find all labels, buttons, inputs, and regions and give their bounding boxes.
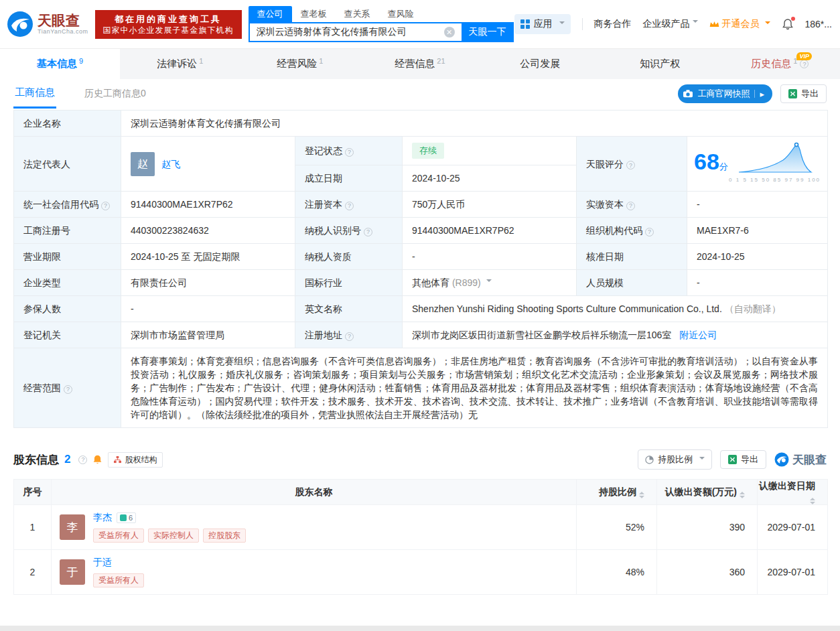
nav-cooperation[interactable]: 商务合作 (594, 18, 632, 30)
business-scope-label-text: 经营范围 (23, 382, 61, 393)
field-value-org-code: MAE1XR7-6 (687, 218, 828, 244)
score-unit: 分 (719, 161, 728, 171)
subtab-history-business-info[interactable]: 历史工商信息0 (84, 88, 146, 100)
nearby-companies-link[interactable]: 附近公司 (679, 330, 717, 340)
help-icon[interactable]: ? (345, 202, 354, 210)
help-icon[interactable]: ? (345, 332, 354, 341)
chevron-down-icon[interactable] (486, 279, 492, 285)
help-icon[interactable]: ? (78, 455, 87, 464)
sort-icon[interactable] (639, 492, 644, 498)
tianyancha-logo-icon (774, 452, 789, 467)
search-tab-relation[interactable]: 查关系 (336, 6, 379, 22)
search-tab-boss[interactable]: 查老板 (292, 6, 336, 22)
tab-history-info[interactable]: VIP 历史信息 1 ? (720, 49, 840, 79)
official-snapshot-button[interactable]: 工商官网快照 ▸ (678, 84, 772, 103)
ratio-filter-dropdown[interactable]: 持股比例 (638, 449, 712, 470)
sort-icon[interactable] (740, 492, 745, 498)
logo[interactable]: 天眼查 TianYanCha.com (7, 11, 88, 38)
tag-beneficial-owner: 受益所有人 (93, 573, 144, 587)
legal-rep-avatar[interactable]: 赵 (131, 152, 155, 176)
field-label-reg-address: 注册地址? (295, 322, 403, 348)
equity-structure-button[interactable]: 股权结构 (108, 452, 163, 468)
tab-basic-info[interactable]: 基本信息 9 (0, 49, 120, 79)
tag-actual-controller: 实际控制人 (148, 529, 199, 543)
industry-code: (R899) (452, 277, 481, 288)
excel-export-icon (728, 455, 737, 464)
nav-enterprise[interactable]: 企业级产品 (643, 18, 698, 30)
english-name-text: Shenzhen Yunshi Riding Shooting Sports C… (412, 303, 722, 314)
field-value-tyc-score[interactable]: 68分 0 1 5 15 50 85 97 99 100 (687, 137, 828, 192)
field-value-staff-size: - (687, 270, 828, 296)
tab-count: 21 (437, 57, 445, 65)
shareholder-name-link[interactable]: 于适 (93, 557, 112, 569)
camera-icon (683, 90, 693, 98)
tag-controlling-shareholder: 控股股东 (203, 529, 246, 543)
equity-structure-icon (114, 456, 121, 464)
tab-legal-litigation[interactable]: 法律诉讼 1 (120, 49, 240, 79)
slogan-badge: 都在用的商业查询工具 国家中小企业发展子基金旗下机构 (95, 10, 242, 39)
field-label-paid-capital: 实缴资本? (577, 192, 687, 218)
help-icon[interactable]: ? (645, 228, 654, 236)
export-label: 导出 (801, 88, 819, 100)
help-icon[interactable]: ? (626, 161, 635, 169)
shareholders-export-button[interactable]: 导出 (720, 450, 766, 469)
relations-count-badge[interactable]: 6 (117, 512, 136, 523)
field-value-insured: - (121, 296, 295, 322)
watermark-text: 天眼查 (792, 452, 827, 468)
field-label-reg-capital: 注册资本? (295, 192, 403, 218)
date-value: 2029-07-01 (758, 505, 828, 550)
shareholders-table: 序号 股东名称 持股比例 认缴出资额(万元) 认缴出资日期 1 李 李杰 (13, 479, 828, 595)
help-icon[interactable]: ? (345, 148, 354, 157)
tab-company-development[interactable]: 公司发展 (480, 49, 600, 79)
nav-membership[interactable]: 开通会员 (709, 18, 770, 30)
export-button[interactable]: 导出 (780, 84, 827, 103)
shareholder-name-link[interactable]: 李杰 (93, 512, 112, 524)
chevron-right-icon: ▸ (760, 89, 764, 99)
sort-icon[interactable] (810, 498, 815, 504)
chevron-down-icon (693, 20, 698, 25)
shareholder-avatar[interactable]: 于 (60, 559, 85, 585)
column-subscribed-amount[interactable]: 认缴出资额(万元) (657, 480, 758, 505)
search-input[interactable] (249, 22, 462, 42)
column-ratio[interactable]: 持股比例 (577, 480, 657, 505)
notifications-bell-icon[interactable] (782, 18, 794, 30)
field-label-reg-authority: 登记机关 (14, 322, 121, 348)
tab-label: 基本信息 (37, 58, 77, 70)
shareholders-header-row: 序号 股东名称 持股比例 认缴出资额(万元) 认缴出资日期 (14, 480, 828, 505)
help-icon[interactable]: ? (64, 385, 72, 394)
tab-operation-info[interactable]: 经营信息 21 (360, 49, 480, 79)
slogan-line1: 都在用的商业查询工具 (103, 13, 234, 25)
column-index: 序号 (14, 480, 52, 505)
help-icon[interactable]: ? (800, 60, 809, 68)
relations-count: 6 (129, 514, 133, 522)
shareholders-header: 股东信息 2 ? 股权结构 持股比例 (13, 448, 827, 471)
monitor-bell-icon[interactable] (92, 454, 102, 465)
legal-rep-link[interactable]: 赵飞 (161, 157, 180, 171)
search-button[interactable]: 天眼一下 (462, 22, 514, 42)
field-label-reg-status: 登记状态? (295, 137, 403, 165)
tab-operation-risk[interactable]: 经营风险 1 (240, 49, 360, 79)
search-block: 查公司 查老板 查关系 查风险 ✕ 天眼一下 (249, 6, 514, 42)
apps-menu[interactable]: 应用 (514, 14, 571, 34)
user-account[interactable]: 186*... (805, 19, 832, 29)
column-shareholder-name: 股东名称 (52, 480, 577, 505)
top-header: 天眼查 TianYanCha.com 都在用的商业查询工具 国家中小企业发展子基… (0, 0, 840, 48)
clear-search-icon[interactable]: ✕ (444, 27, 455, 38)
field-value-industry[interactable]: 其他体育 (R899) (403, 270, 577, 296)
apps-label: 应用 (534, 18, 553, 30)
field-value-credit-code: 91440300MAE1XR7P62 (121, 192, 295, 218)
credit-code-label-text: 统一社会信用代码 (23, 199, 98, 210)
help-icon[interactable]: ? (101, 202, 110, 210)
help-icon[interactable]: ? (626, 202, 635, 210)
divider (582, 18, 583, 30)
tab-intellectual-property[interactable]: 知识产权 (600, 49, 720, 79)
help-icon[interactable]: ? (364, 228, 372, 236)
search-tab-risk[interactable]: 查风险 (379, 6, 423, 22)
subtab-business-info[interactable]: 工商信息 (13, 79, 56, 109)
column-subscribed-date[interactable]: 认缴出资日期 (758, 480, 828, 505)
shareholder-avatar[interactable]: 李 (60, 514, 85, 540)
reg-status-label-text: 登记状态 (305, 145, 342, 156)
search-tab-company[interactable]: 查公司 (249, 6, 292, 22)
pie-icon (645, 455, 654, 464)
tag-beneficial-owner: 受益所有人 (93, 529, 144, 543)
